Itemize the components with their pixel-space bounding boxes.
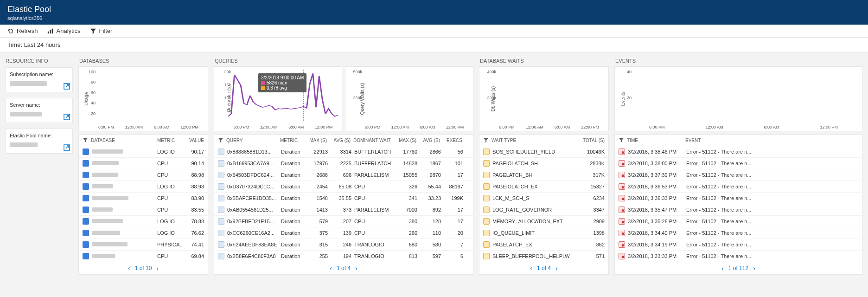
- usage-chart[interactable]: Usage 10080604020 6:00 PM12:00 AM6:00 AM…: [78, 66, 208, 131]
- cell: 862: [579, 242, 605, 247]
- q-icon: [218, 241, 224, 248]
- evt-icon: [619, 172, 625, 178]
- wait-icon: [483, 230, 490, 236]
- table-row[interactable]: PHYSICA..74.41: [79, 239, 208, 251]
- cell: PAGELATCH_EX: [492, 242, 576, 247]
- cell: 579: [307, 219, 328, 224]
- events-header: EVENTS: [614, 57, 862, 66]
- table-row[interactable]: 0x2B8E6E4C80F3A8Duration255194TRANLOGIO8…: [214, 251, 473, 262]
- pager-label: 1 of 10: [135, 265, 152, 271]
- cell: Duration: [281, 195, 304, 201]
- table-row[interactable]: LOG IO90.17: [79, 146, 208, 158]
- cell: 2866: [420, 149, 441, 155]
- table-row[interactable]: CPU83.55: [79, 204, 208, 216]
- cell: 83.90: [185, 195, 204, 201]
- analytics-label: Analytics: [57, 27, 81, 34]
- table-row[interactable]: LOG IO88.98: [79, 181, 208, 193]
- table-row[interactable]: 3/2/2018, 3:33:33 PMError - 51102 - Ther…: [615, 251, 862, 262]
- next-page-button[interactable]: ›: [555, 265, 558, 272]
- table-row[interactable]: 0xAB0554561D25...Duration1413373PARALLEL…: [214, 204, 473, 216]
- query-duration-chart[interactable]: Query dur (s) 20k15k10k5k 6:00 PM12:00 A…: [214, 66, 342, 131]
- next-page-button[interactable]: ›: [753, 265, 755, 272]
- cell: 0xF24AEEDF83EA8E: [227, 242, 278, 247]
- table-row[interactable]: PAGEIOLATCH_SH2838K: [479, 158, 608, 169]
- table-row[interactable]: IO_QUEUE_LIMIT1398: [479, 227, 608, 239]
- evt-icon: [619, 148, 625, 155]
- cell: 15055: [396, 172, 417, 178]
- table-row[interactable]: SLEEP_BUFFERPOOL_HELPLW571: [479, 251, 608, 262]
- table-row[interactable]: LCK_M_SCH_S6234: [479, 193, 608, 204]
- filter-icon[interactable]: [483, 137, 489, 143]
- cell: 3/2/2018, 3:38:46 PM: [628, 149, 683, 155]
- events-chart[interactable]: Events 4020 6:00 PM12:00 AM6:00 AM12:00 …: [614, 66, 862, 131]
- popout-icon[interactable]: [63, 113, 70, 121]
- cell: 7000: [396, 207, 417, 213]
- cell: [92, 184, 154, 189]
- table-row[interactable]: 0x888885881D13...Duration229133314BUFFER…: [214, 146, 473, 158]
- cell: 326: [396, 184, 417, 189]
- cell: CPU: [157, 161, 183, 166]
- table-row[interactable]: LOG_RATE_GOVERNOR3347: [479, 204, 608, 216]
- prev-page-button[interactable]: ‹: [530, 265, 532, 272]
- table-row[interactable]: LOG IO78.88: [79, 216, 208, 227]
- table-row[interactable]: 3/2/2018, 3:38:46 PMError - 51102 - Ther…: [615, 146, 862, 158]
- table-row[interactable]: SOS_SCHEDULER_YIELD10046K: [479, 146, 608, 158]
- cell: LOG IO: [157, 149, 183, 155]
- cell: LCK_M_SCH_S: [492, 195, 576, 201]
- table-row[interactable]: CPU90.14: [79, 158, 208, 169]
- table-row[interactable]: 3/2/2018, 3:37:39 PMError - 51102 - Ther…: [615, 169, 862, 181]
- table-row[interactable]: 3/2/2018, 3:36:53 PMError - 51102 - Ther…: [615, 181, 862, 193]
- filter-icon[interactable]: [218, 137, 223, 143]
- table-row[interactable]: PAGELATCH_SH317K: [479, 169, 608, 181]
- table-row[interactable]: 0xCC6260CE16A2...Duration375139CPU260110…: [214, 227, 473, 239]
- filter-icon[interactable]: [83, 137, 88, 143]
- popout-icon[interactable]: [63, 83, 70, 90]
- tooltip-time: 3/2/2018 9:00:00 AM: [261, 75, 304, 80]
- table-row[interactable]: CPU83.90: [79, 193, 208, 204]
- table-row[interactable]: 3/2/2018, 3:35:26 PMError - 51102 - Ther…: [615, 216, 862, 227]
- events-table: TIME EVENT 3/2/2018, 3:38:46 PMError - 5…: [614, 134, 862, 262]
- analytics-button[interactable]: Analytics: [47, 27, 81, 34]
- svg-rect-2: [51, 28, 53, 33]
- table-row[interactable]: 3/2/2018, 3:35:47 PMError - 51102 - Ther…: [615, 204, 862, 216]
- table-row[interactable]: 3/2/2018, 3:34:19 PMError - 51102 - Ther…: [615, 239, 862, 251]
- table-row[interactable]: 0x92BFBFD21E15...Duration579207CPU380128…: [214, 216, 473, 227]
- refresh-button[interactable]: Refresh: [7, 27, 38, 34]
- table-row[interactable]: CPU88.98: [79, 169, 208, 181]
- table-row[interactable]: PAGEIOLATCH_EX15327: [479, 181, 608, 193]
- table-row[interactable]: 0xD3707324DC1C...Duration245465.08CPU326…: [214, 181, 473, 193]
- cell: 194: [331, 253, 351, 259]
- filter-button[interactable]: Filter: [90, 27, 113, 34]
- dbwaits-chart[interactable]: Db Waits (s) 400k200k 6:00 PM12:00 AM6:0…: [479, 66, 609, 131]
- table-row[interactable]: 0x54503DFDC624...Duration2688696PARALLEL…: [214, 169, 473, 181]
- event-bars: [629, 70, 858, 122]
- next-page-button[interactable]: ›: [156, 265, 159, 272]
- cell: TRANLOGIO: [354, 242, 394, 247]
- prev-page-button[interactable]: ‹: [330, 265, 332, 272]
- header-bar: Elastic Pool sqlanalytics356: [0, 0, 868, 25]
- table-row[interactable]: 0xB169953CA7A9...Duration179762225BUFFER…: [214, 158, 473, 169]
- query-waits-chart[interactable]: Query Waits (s) 500k250k 6:00 PM12:00 AM…: [345, 66, 473, 131]
- prev-page-button[interactable]: ‹: [128, 265, 130, 272]
- table-row[interactable]: MEMORY_ALLOCATION_EXT2909: [479, 216, 608, 227]
- q-icon: [218, 183, 224, 190]
- table-row[interactable]: CPU69.84: [79, 251, 208, 262]
- cell: 0xB169953CA7A9...: [227, 161, 278, 166]
- chart-tooltip: 3/2/2018 9:00:00 AM 5826 max 0.378 avg: [258, 73, 306, 92]
- next-page-button[interactable]: ›: [355, 265, 357, 272]
- cell: 128: [420, 219, 441, 224]
- prev-page-button[interactable]: ‹: [721, 265, 724, 272]
- time-range-row[interactable]: Time: Last 24 hours: [0, 38, 868, 52]
- table-row[interactable]: 0xF24AEEDF83EA8EDuration315246TRANLOGIO6…: [214, 239, 473, 251]
- table-row[interactable]: 3/2/2018, 3:36:33 PMError - 51102 - Ther…: [615, 193, 862, 204]
- db-icon: [83, 253, 89, 259]
- filter-icon[interactable]: [619, 137, 624, 143]
- table-row[interactable]: 0x5BAFCEE1DD35...Duration154835.55CPU341…: [214, 193, 473, 204]
- popout-icon[interactable]: [63, 144, 70, 151]
- table-row[interactable]: 3/2/2018, 3:38:00 PMError - 51102 - Ther…: [615, 158, 862, 169]
- table-row[interactable]: LOG IO76.62: [79, 227, 208, 239]
- resource-info-panel: RESOURCE INFO Subscription name: Server …: [6, 57, 73, 159]
- table-row[interactable]: PAGELATCH_EX862: [479, 239, 608, 251]
- table-row[interactable]: 3/2/2018, 3:34:40 PMError - 51102 - Ther…: [615, 227, 862, 239]
- cell: 1398: [579, 230, 605, 236]
